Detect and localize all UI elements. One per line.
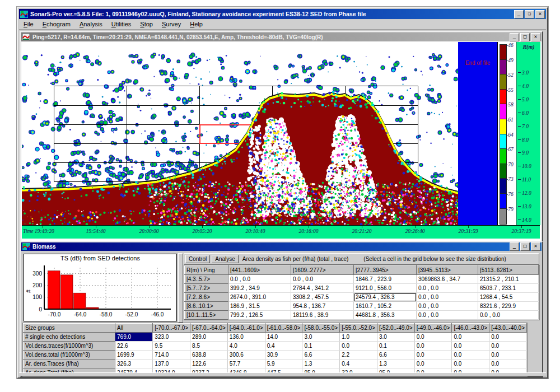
size-cell[interactable]: 3.0 bbox=[302, 333, 340, 342]
size-cell[interactable]: 0.0 bbox=[414, 360, 452, 368]
size-col-header[interactable]: [-70.0..-67.0> bbox=[153, 324, 190, 333]
grid-col-header[interactable]: [2777..3945> bbox=[354, 266, 417, 275]
grid-row-header[interactable]: [4.3..5.7> bbox=[185, 275, 228, 284]
size-col-header[interactable]: Size groups bbox=[24, 324, 115, 333]
size-cell[interactable]: 2.2 bbox=[340, 351, 377, 360]
size-cell[interactable]: 289.0 bbox=[190, 333, 228, 342]
size-cell[interactable]: 714.0 bbox=[153, 351, 190, 360]
close-icon[interactable]: ✕ bbox=[531, 33, 540, 41]
size-cell[interactable]: 0.0 bbox=[452, 333, 489, 342]
panel-splitter[interactable] bbox=[178, 253, 183, 323]
size-cell[interactable]: 6.6 bbox=[377, 351, 414, 360]
minimize-icon[interactable]: _ bbox=[510, 33, 519, 41]
grid-cell[interactable]: 24579.4 , 326.3 bbox=[354, 293, 417, 302]
size-cell[interactable]: 0.4 bbox=[265, 342, 302, 351]
grid-cell[interactable]: 0.0 , 0.0 bbox=[291, 275, 354, 284]
menu-item-echogram[interactable]: Echogram bbox=[38, 20, 75, 29]
grid-col-header[interactable]: [1609..2777> bbox=[291, 266, 354, 275]
size-cell[interactable]: 6.6 bbox=[302, 351, 340, 360]
grid-row-header[interactable]: [8.6..10.1> bbox=[185, 302, 228, 311]
grid-cell[interactable]: 0.0 , 0.0 bbox=[417, 284, 478, 293]
size-cell[interactable]: 0.1 bbox=[302, 342, 340, 351]
size-cell[interactable]: 30.9 bbox=[265, 351, 302, 360]
grid-col-header[interactable]: [5113..6281> bbox=[478, 266, 539, 275]
echogram-titlebar[interactable]: Ping=5217, R=14.64m, Time=20:21:29, NMEA… bbox=[21, 32, 542, 41]
size-cell[interactable]: 323.0 bbox=[153, 333, 190, 342]
size-cell[interactable]: 300.6 bbox=[227, 351, 265, 360]
size-cell[interactable]: 122.6 bbox=[190, 360, 228, 368]
size-cell[interactable]: 1.0 bbox=[340, 333, 377, 342]
grid-cell[interactable]: 954.8 , 136.7 bbox=[291, 302, 354, 311]
size-col-header[interactable]: [-52.0..-49.0> bbox=[377, 324, 414, 333]
grid-row-header[interactable]: [7.2..8.6> bbox=[185, 293, 228, 302]
minimize-icon[interactable]: _ bbox=[514, 10, 524, 18]
size-cell[interactable]: 137.0 bbox=[153, 360, 190, 368]
size-cell[interactable]: 0.1 bbox=[377, 342, 414, 351]
grid-cell[interactable]: 21315.2 , 210.1 bbox=[478, 275, 539, 284]
size-col-header[interactable]: [-46.0..-43.0> bbox=[452, 324, 489, 333]
size-cell[interactable]: 0.0 bbox=[414, 342, 452, 351]
maximize-icon[interactable]: □ bbox=[520, 242, 530, 251]
size-col-header[interactable]: [-55.0..-52.0> bbox=[340, 324, 377, 333]
grid-cell[interactable]: 18119.6 , 38.9 bbox=[291, 311, 354, 320]
menu-item-file[interactable]: File bbox=[19, 20, 38, 29]
size-cell[interactable]: 1699.9 bbox=[115, 351, 153, 360]
grid-cell[interactable]: 3308.2 , 457.5 bbox=[291, 293, 354, 302]
grid-cell[interactable]: 0.0 , 0.0 bbox=[417, 302, 478, 311]
size-cell[interactable]: 326.3 bbox=[115, 360, 153, 368]
grid-row-header[interactable]: [10.1..11.5> bbox=[185, 311, 228, 320]
control-button[interactable]: Control bbox=[185, 255, 210, 263]
grid-col-header[interactable]: [441..1609> bbox=[228, 266, 291, 275]
menu-item-help[interactable]: Help bbox=[185, 20, 207, 29]
grid-cell[interactable]: 2784.4 , 341.2 bbox=[291, 284, 354, 293]
grid-cell[interactable]: 399.2 , 34.9 bbox=[228, 284, 291, 293]
menu-item-utilities[interactable]: Utilities bbox=[107, 20, 136, 29]
grid-col-header[interactable]: [3945..5113> bbox=[417, 266, 478, 275]
size-cell[interactable]: 9.5 bbox=[153, 342, 190, 351]
size-col-header[interactable]: [-49.0..-46.0> bbox=[414, 324, 452, 333]
grid-cell[interactable]: 6503.7 , 233.1 bbox=[478, 284, 539, 293]
grid-cell[interactable]: 9121.0 , 556.0 bbox=[354, 284, 417, 293]
size-cell[interactable]: 22.6 bbox=[115, 342, 153, 351]
main-titlebar[interactable]: Sonar5-Pro ver.=5.8.5 File: 1, 09111946y… bbox=[19, 9, 546, 19]
size-col-header[interactable]: All bbox=[115, 324, 153, 333]
size-cell[interactable]: 1.3 bbox=[302, 360, 340, 368]
size-cell[interactable]: 0.0 bbox=[489, 342, 527, 351]
grid-cell[interactable]: 1846.7 , 223.9 bbox=[354, 275, 417, 284]
maximize-icon[interactable]: □ bbox=[520, 33, 530, 41]
grid-cell[interactable]: 44681.8 , 356.3 bbox=[354, 311, 417, 320]
menu-item-survey[interactable]: Survey bbox=[157, 20, 185, 29]
size-cell[interactable]: 769.0 bbox=[115, 333, 153, 342]
analyse-button[interactable]: Analyse bbox=[212, 255, 239, 263]
grid-cell[interactable]: 2674.0 , 391.0 bbox=[228, 293, 291, 302]
size-cell[interactable]: 0.0 bbox=[452, 360, 489, 368]
size-col-header[interactable]: [-67.0..-64.0> bbox=[190, 324, 228, 333]
biomass-titlebar[interactable]: Biomass _ □ ✕ bbox=[21, 242, 542, 251]
size-cell[interactable]: 3.0 bbox=[377, 333, 414, 342]
size-cell[interactable]: 0.0 bbox=[489, 360, 527, 368]
echogram-display[interactable] bbox=[22, 42, 458, 225]
close-icon[interactable]: ✕ bbox=[535, 10, 545, 18]
grid-cell[interactable]: 1268.4 , 54.5 bbox=[478, 293, 539, 302]
size-cell[interactable]: 0.0 bbox=[489, 351, 527, 360]
size-cell[interactable]: 0.0 bbox=[340, 342, 377, 351]
grid-cell[interactable]: 799.2 , 126.5 bbox=[228, 311, 291, 320]
grid-cell[interactable]: 0.0 , 0.0 bbox=[478, 311, 539, 320]
size-col-header[interactable]: [-58.0..-55.0> bbox=[302, 324, 340, 333]
grid-cell[interactable]: 1610.7 , 105.2 bbox=[354, 302, 417, 311]
size-row-header[interactable]: Ar. dens.Traces (f/ha) bbox=[24, 360, 115, 368]
grid-cell[interactable]: 0.0 , 0.0 bbox=[417, 311, 478, 320]
size-cell[interactable]: 0.0 bbox=[414, 351, 452, 360]
size-cell[interactable]: 136.0 bbox=[227, 333, 265, 342]
grid-row-header[interactable]: [5.7..7.2> bbox=[185, 284, 228, 293]
size-row-header[interactable]: # single echo detections bbox=[24, 333, 115, 342]
size-cell[interactable]: 0.0 bbox=[452, 351, 489, 360]
menu-item-stop[interactable]: Stop bbox=[136, 20, 157, 29]
grid-cell[interactable]: 8321.6 , 229.9 bbox=[478, 302, 539, 311]
size-cell[interactable]: 0.0 bbox=[414, 333, 452, 342]
size-cell[interactable]: 0.0 bbox=[452, 342, 489, 351]
size-col-header[interactable]: [-64.0..-61.0> bbox=[227, 324, 265, 333]
size-cell[interactable]: 1.3 bbox=[377, 360, 414, 368]
minimize-icon[interactable]: _ bbox=[510, 242, 519, 251]
size-col-header[interactable]: [-43.0..-40.0> bbox=[489, 324, 527, 333]
